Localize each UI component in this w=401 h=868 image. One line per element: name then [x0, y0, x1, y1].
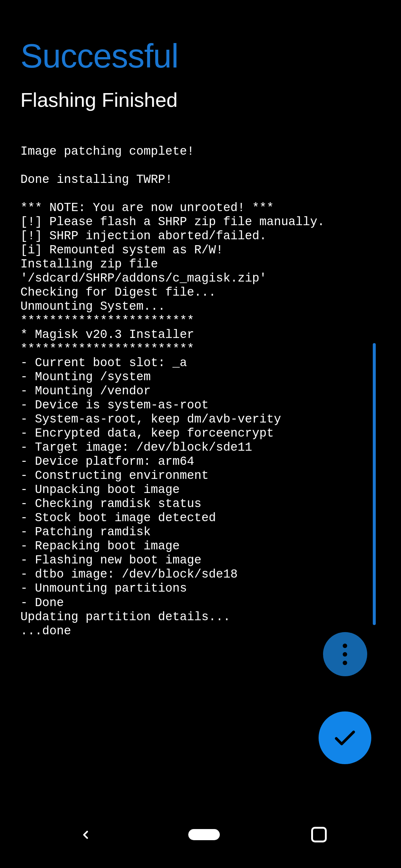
- status-title: Successful: [20, 37, 381, 75]
- status-subtitle: Flashing Finished: [20, 88, 381, 111]
- nav-recent-button[interactable]: [311, 827, 327, 842]
- flash-log-output[interactable]: Image patching complete! Done installing…: [20, 145, 381, 638]
- checkmark-icon: [332, 724, 358, 752]
- navigation-bar: [0, 816, 401, 853]
- scroll-indicator[interactable]: [373, 343, 376, 625]
- more-vertical-icon: [343, 644, 347, 665]
- nav-back-button[interactable]: [74, 823, 97, 846]
- more-options-button[interactable]: [323, 632, 367, 676]
- confirm-button[interactable]: [319, 711, 371, 764]
- chevron-left-icon: [79, 828, 92, 841]
- nav-home-button[interactable]: [188, 829, 220, 840]
